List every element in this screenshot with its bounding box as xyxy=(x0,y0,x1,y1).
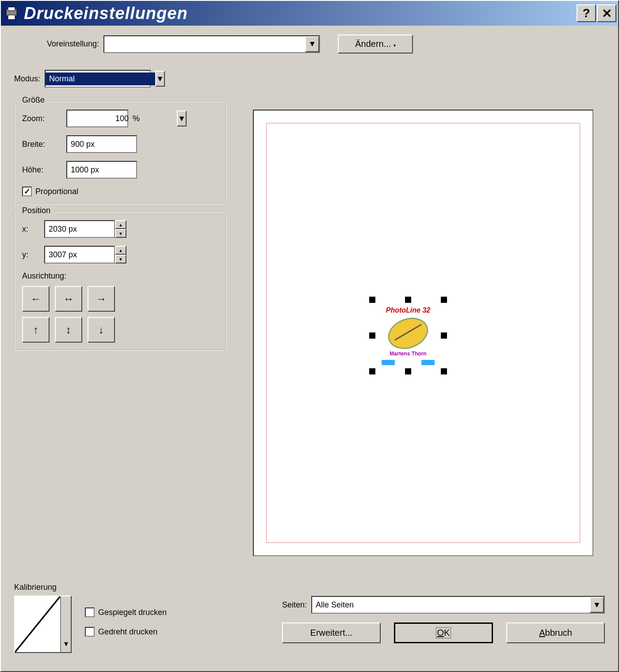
calibration-dropdown-button[interactable]: ▾ xyxy=(60,596,71,652)
height-label: Höhe: xyxy=(22,165,62,175)
mode-label: Modus: xyxy=(14,74,40,84)
pages-combo[interactable]: ▼ xyxy=(311,596,605,614)
y-label: y: xyxy=(22,250,40,260)
advanced-button[interactable]: Erweitert... xyxy=(282,622,381,643)
window-title: Druckeinstellungen xyxy=(24,4,577,23)
zoom-dropdown-button[interactable]: ▼ xyxy=(177,111,187,126)
zoom-unit: % xyxy=(133,114,140,123)
mirror-label: Gespiegelt drucken xyxy=(98,608,167,617)
svg-rect-9 xyxy=(421,360,435,365)
align-right-button[interactable]: → xyxy=(88,286,115,312)
pages-dropdown-button[interactable]: ▼ xyxy=(590,597,604,613)
x-spin-down[interactable]: ▼ xyxy=(115,229,126,238)
preset-label: Voreinstellung: xyxy=(47,39,99,49)
width-input[interactable] xyxy=(66,135,137,153)
alignment-label: Ausrichtung: xyxy=(22,271,66,280)
x-input[interactable] xyxy=(44,220,115,238)
x-label: x: xyxy=(22,225,40,234)
align-bottom-button[interactable]: ↓ xyxy=(88,317,115,343)
mode-dropdown-button[interactable]: ▼ xyxy=(155,71,165,87)
app-icon xyxy=(3,4,20,22)
preset-input[interactable] xyxy=(104,38,305,50)
preview-page: PhotoLine 32 Martens Thorn xyxy=(266,123,580,543)
align-center-h-button[interactable]: ↔ xyxy=(55,286,82,312)
calibration-curve[interactable]: ▾ xyxy=(14,596,72,653)
position-group: Position x: ▲ ▼ y: xyxy=(14,211,226,351)
proportional-checkbox[interactable] xyxy=(22,187,32,196)
cancel-button[interactable]: Abbruch xyxy=(506,622,605,643)
y-spin-up[interactable]: ▲ xyxy=(115,246,126,255)
preview-image[interactable]: PhotoLine 32 Martens Thorn xyxy=(373,300,443,371)
position-legend: Position xyxy=(19,206,53,215)
zoom-label: Zoom: xyxy=(22,114,62,123)
calibration-label: Kalibrierung xyxy=(14,583,72,592)
size-legend: Größe xyxy=(19,95,47,105)
mode-combo[interactable]: ▼ xyxy=(45,70,151,88)
svg-rect-2 xyxy=(8,15,15,19)
y-spin-down[interactable]: ▼ xyxy=(115,255,126,263)
chevron-down-icon: ▾ xyxy=(394,43,396,48)
align-top-button[interactable]: ↑ xyxy=(22,317,50,343)
titlebar: Druckeinstellungen ? ✕ xyxy=(1,1,618,26)
svg-text:Martens Thorn: Martens Thorn xyxy=(390,351,426,357)
mode-input[interactable] xyxy=(46,73,155,85)
rotate-checkbox[interactable] xyxy=(85,627,95,637)
mirror-checkbox[interactable] xyxy=(85,607,95,617)
zoom-input[interactable] xyxy=(67,112,177,125)
pages-input[interactable] xyxy=(312,599,590,611)
change-preset-button[interactable]: Ändern... ▾ xyxy=(338,34,413,53)
size-group: Größe Zoom: ▼ % Breite: Höhe: xyxy=(14,101,226,204)
height-input[interactable] xyxy=(66,161,137,179)
help-button[interactable]: ? xyxy=(577,4,596,22)
preset-dropdown-button[interactable]: ▼ xyxy=(305,36,319,52)
y-input[interactable] xyxy=(44,246,115,263)
svg-text:PhotoLine 32: PhotoLine 32 xyxy=(386,306,431,314)
align-left-button[interactable]: ← xyxy=(22,286,50,312)
proportional-label: Proportional xyxy=(35,187,78,196)
print-preview[interactable]: PhotoLine 32 Martens Thorn xyxy=(253,110,593,556)
zoom-combo[interactable]: ▼ xyxy=(66,110,128,127)
print-settings-dialog: Druckeinstellungen ? ✕ Voreinstellung: ▼… xyxy=(0,0,619,672)
ok-button[interactable]: OK xyxy=(394,622,493,643)
rotate-label: Gedreht drucken xyxy=(98,627,157,637)
svg-rect-8 xyxy=(382,360,395,365)
svg-line-10 xyxy=(15,596,60,652)
pages-label: Seiten: xyxy=(282,600,307,610)
preset-combo[interactable]: ▼ xyxy=(103,35,320,53)
align-center-v-button[interactable]: ↕ xyxy=(55,317,82,343)
x-spin-up[interactable]: ▲ xyxy=(115,220,126,229)
close-button[interactable]: ✕ xyxy=(597,4,616,22)
width-label: Breite: xyxy=(22,140,62,149)
svg-rect-1 xyxy=(8,7,15,11)
